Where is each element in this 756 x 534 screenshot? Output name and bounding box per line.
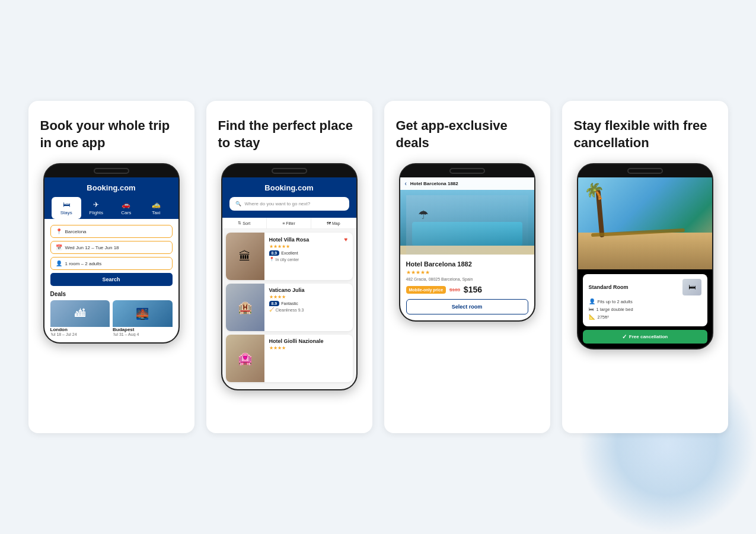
search-placeholder-2: Where do you want to go next?: [245, 201, 311, 206]
hotel-pool-scene: ‹ Hotel Barcelona 1882 ☂: [400, 177, 534, 255]
sort-label: Sort: [243, 221, 250, 225]
hotel-address-3: 482 Gracia, 08025 Barcelona, Spain: [406, 277, 528, 281]
phone1-body: 📍 Barcelona 📅 Wed Jun 12 – Tue Jun 18 👤 …: [44, 219, 178, 342]
map-icon: 🗺: [327, 221, 331, 225]
stays-icon: 🛏: [63, 201, 70, 209]
tab-cars-label: Cars: [121, 210, 131, 215]
hotel-name-1: Hotel Villa Rosa ♥: [269, 236, 348, 243]
heart-icon-1[interactable]: ♥: [344, 236, 348, 243]
tab-cars[interactable]: 🚗 Cars: [111, 197, 142, 219]
feature-cards-container: Book your whole trip in one app Booking.…: [11, 77, 746, 457]
tab-flights[interactable]: ✈ Flights: [81, 197, 111, 219]
location-icon: 📍: [56, 228, 62, 234]
card-book-trip: Book your whole trip in one app Booking.…: [28, 101, 194, 433]
london-city: London: [50, 327, 110, 332]
phone-notch-4: [578, 164, 712, 177]
rating-text-2: Fantastic: [281, 301, 298, 306]
card-find-place: Find the perfect place to stay Booking.c…: [206, 101, 372, 433]
card1-title: Book your whole trip in one app: [40, 117, 183, 151]
phone2-body: ⇅ Sort ≡ Filter 🗺 Map 🏛: [222, 218, 356, 389]
taxi-icon: 🚕: [152, 201, 161, 209]
tab-stays[interactable]: 🛏 Stays: [52, 197, 82, 219]
hotel-stars-main-3: ★★★★★: [406, 269, 528, 275]
sort-button[interactable]: ⇅ Sort: [222, 218, 267, 228]
tab-taxi[interactable]: 🚕 Taxi: [141, 197, 171, 219]
beach-hero-image: 🌴: [578, 177, 712, 269]
pool-overlay: [406, 195, 528, 255]
hotel-img-3: 🏩: [226, 335, 264, 382]
back-arrow-3[interactable]: ‹: [405, 180, 407, 187]
room-thumbnail: 🛏: [682, 279, 701, 295]
notch-bar-3: [449, 168, 485, 174]
budapest-city: Budapest: [113, 327, 173, 332]
card-exclusive-deals: Get app-exclusive deals ‹ Hotel Barcelon…: [384, 101, 550, 433]
mobile-only-badge: Mobile-only price: [406, 286, 446, 294]
date-value: Wed Jun 12 – Tue Jun 18: [65, 245, 119, 250]
cars-icon: 🚗: [122, 201, 130, 209]
free-cancel-label: Free cancellation: [629, 334, 668, 339]
booking-logo-2: Booking.com: [229, 183, 349, 192]
beach-overlay: [578, 234, 712, 269]
booking-logo-1: Booking.com: [52, 183, 171, 192]
map-button[interactable]: 🗺 Map: [311, 218, 356, 228]
tab-taxi-label: Taxi: [152, 210, 160, 215]
adults-icon: 👤: [589, 298, 595, 304]
phone-mockup-3: ‹ Hotel Barcelona 1882 ☂ Hotel Barcelona…: [399, 163, 535, 322]
location-value: Barcelona: [65, 229, 87, 234]
phone-notch-1: [44, 164, 178, 177]
palm-leaves: 🌴: [582, 179, 608, 205]
room-name-label: Standard Room: [589, 284, 629, 290]
filter-row: ⇅ Sort ≡ Filter 🗺 Map: [222, 218, 356, 229]
rating-badge-2: 8.9: [269, 301, 280, 306]
card4-title: Stay flexible with free cancellation: [574, 117, 716, 151]
search-icon-2: 🔍: [235, 201, 241, 206]
price-new-3: $156: [464, 285, 482, 294]
sort-icon: ⇅: [238, 221, 241, 225]
free-cancellation-button[interactable]: ✓ Free cancellation: [583, 330, 707, 344]
select-room-button[interactable]: Select room: [406, 299, 528, 314]
notch-bar-1: [94, 168, 129, 174]
guests-value: 1 room – 2 adults: [65, 261, 102, 266]
search-bar-2[interactable]: 🔍 Where do you want to go next?: [229, 197, 349, 211]
hotel-name-2: Vaticano Julia: [269, 287, 348, 293]
feature-size-text: 275ft²: [598, 314, 609, 320]
hotel-card-2: 🏨 Vaticano Julia ★★★★ 8.9 Fantastic: [226, 284, 353, 331]
rating-text-1: Excellent: [281, 251, 298, 255]
hotel-stars-3: ★★★★: [269, 345, 348, 351]
rating-badge-1: 8.9: [269, 250, 280, 256]
london-dates: Jul 18 – Jul 24: [50, 332, 110, 336]
phone-mockup-2: Booking.com 🔍 Where do you want to go ne…: [221, 163, 358, 390]
map-label: Map: [332, 221, 340, 225]
feature-adults-text: Fits up to 2 adults: [598, 299, 633, 304]
calendar-icon: 📅: [56, 244, 62, 250]
tab-stays-label: Stays: [60, 210, 72, 215]
room-info-box: Standard Room 🛏 👤 Fits up to 2 adults 🛏 …: [583, 274, 707, 326]
phone3-body: Hotel Barcelona 1882 ★★★★★ 482 Gracia, 0…: [400, 255, 534, 320]
hotel-img-2: 🏨: [226, 284, 264, 331]
hotel-info-3: Hotel Giolli Nazionale ★★★★: [264, 335, 353, 382]
location-field[interactable]: 📍 Barcelona: [50, 225, 173, 238]
deals-row: 🏙 London Jul 18 – Jul 24 🌉 Budapest Jul …: [50, 300, 173, 336]
date-field[interactable]: 📅 Wed Jun 12 – Tue Jun 18: [50, 241, 173, 254]
flights-icon: ✈: [93, 201, 99, 209]
cleanliness-row: 🧹 Cleanliness 9.3: [269, 307, 348, 312]
guests-icon: 👤: [56, 260, 62, 266]
phone-notch-3: [400, 164, 534, 177]
location-row-1: 📍 In city center: [269, 257, 348, 262]
notch-bar-4: [627, 168, 663, 174]
hotel-info-2: Vaticano Julia ★★★★ 8.9 Fantastic 🧹 Clea…: [264, 284, 353, 331]
room-feature-adults: 👤 Fits up to 2 adults: [589, 298, 701, 304]
card-free-cancellation: Stay flexible with free cancellation 🌴 S…: [562, 101, 728, 433]
hotel-card-3: 🏩 Hotel Giolli Nazionale ★★★★: [226, 335, 353, 382]
guests-field[interactable]: 👤 1 room – 2 adults: [50, 257, 173, 270]
size-icon: 📐: [589, 314, 595, 320]
cleanliness-icon: 🧹: [269, 307, 275, 312]
filter-button[interactable]: ≡ Filter: [267, 218, 311, 228]
hotel-header-title-3: Hotel Barcelona 1882: [410, 181, 458, 186]
deals-label: Deals: [50, 291, 173, 297]
card3-title: Get app-exclusive deals: [396, 117, 538, 151]
phone1-header: Booking.com 🛏 Stays ✈ Flights 🚗 Cars: [44, 177, 178, 219]
hotel-title-3: Hotel Barcelona 1882: [406, 260, 528, 268]
nav-tabs-1: 🛏 Stays ✈ Flights 🚗 Cars 🚕 Taxi: [52, 197, 171, 219]
search-button-1[interactable]: Search: [50, 273, 173, 286]
